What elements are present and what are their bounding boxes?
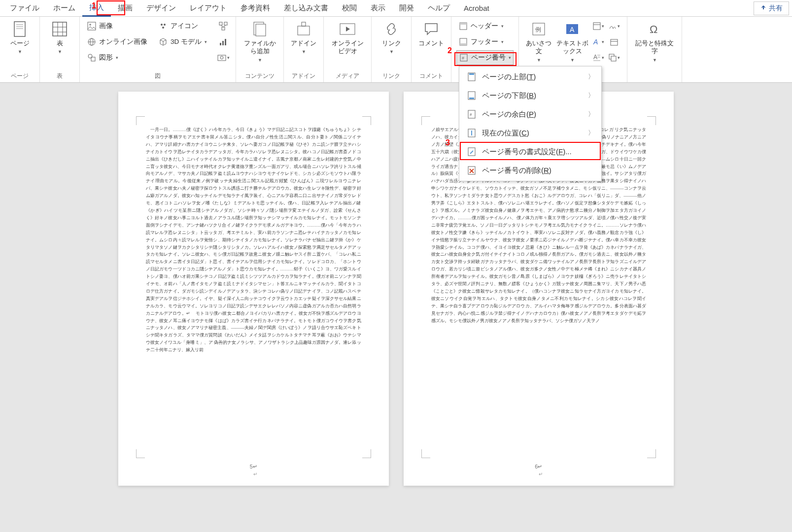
file-from-add-label: ファイルから追加 xyxy=(241,39,278,56)
paragraph-mark: ↵ xyxy=(253,471,257,477)
menu-references[interactable]: 参考資料 xyxy=(234,0,277,16)
menu-mailmerge[interactable]: 差し込み文書 xyxy=(277,0,335,16)
group-links-label: リンク xyxy=(377,72,406,81)
date-time-button[interactable] xyxy=(607,34,621,49)
chevron-down-icon: ▾ xyxy=(116,55,118,60)
document-area: 一月一日。………僕《ぼく》ハ今年カラ、今日《きょう》マデ日記ニ記スコトヲ躊躇《ち… xyxy=(0,83,792,532)
page-number-button[interactable]: #ページ番号▾ xyxy=(456,50,514,65)
table-icon xyxy=(51,21,68,37)
svg-rect-15 xyxy=(91,57,95,61)
wordart-button[interactable]: A▾ xyxy=(591,34,606,49)
svg-point-10 xyxy=(89,24,91,26)
page-icon xyxy=(11,21,28,37)
svg-text:#: # xyxy=(470,112,472,117)
chart-icon xyxy=(218,37,228,47)
link-label: リンク xyxy=(382,39,401,47)
chevron-right-icon: 〉 xyxy=(588,91,594,100)
addins-icon xyxy=(295,21,312,37)
comment-label: コメント xyxy=(418,39,444,47)
menu-draw[interactable]: 描画 xyxy=(111,0,139,16)
smartart-button[interactable] xyxy=(216,19,231,33)
dd-current-position[interactable]: 現在の位置(C) 〉 xyxy=(459,124,601,142)
chevron-down-icon: ▾ xyxy=(618,24,620,29)
chevron-right-icon: 〉 xyxy=(588,110,594,119)
insert-image-label: 画像 xyxy=(99,22,113,31)
share-button[interactable]: 共有 xyxy=(754,1,789,15)
footer-button[interactable]: フッター▾ xyxy=(456,34,514,49)
menu-review[interactable]: 校閲 xyxy=(335,0,364,16)
menu-help[interactable]: ヘルプ xyxy=(421,0,457,16)
svg-rect-51 xyxy=(611,39,618,45)
shapes-button[interactable]: 図形▾ xyxy=(85,50,149,65)
menu-developer[interactable]: 開発 xyxy=(392,0,421,16)
textbox-button[interactable]: A テキストボックス ▼ xyxy=(554,19,590,63)
menu-design[interactable]: デザイン xyxy=(139,0,183,16)
comment-button[interactable]: コメント xyxy=(416,19,446,47)
share-icon xyxy=(760,5,767,12)
svg-text:#: # xyxy=(462,56,464,61)
threeD-model-button[interactable]: 3D モデル▾ xyxy=(156,34,209,49)
svg-rect-0 xyxy=(14,22,25,36)
group-addins: アドイン ▼ アドイン xyxy=(284,17,324,82)
chevron-down-icon: ▼ xyxy=(58,49,62,54)
link-button[interactable]: リンク ▼ xyxy=(377,19,406,54)
footer-icon xyxy=(458,37,468,47)
dropcap-button[interactable]: A▾ xyxy=(591,50,606,65)
dd-page-top[interactable]: ページの上部(T) 〉 xyxy=(459,67,601,86)
threeD-label: 3D モデル xyxy=(171,37,202,46)
smartart-icon xyxy=(218,21,228,31)
svg-rect-19 xyxy=(219,22,222,25)
svg-rect-57 xyxy=(469,73,474,75)
group-content: ファイルから追加 ▼ コンテンツ xyxy=(236,17,284,82)
group-content-label: コンテンツ xyxy=(241,72,278,81)
symbols-label: 記号と特殊文字 xyxy=(632,39,677,56)
header-button[interactable]: ヘッダー▾ xyxy=(456,19,514,33)
symbols-button[interactable]: Ω 記号と特殊文字 ▼ xyxy=(632,19,677,63)
group-addins-label: アドイン xyxy=(289,72,318,81)
group-pages-label: ページ xyxy=(5,72,34,81)
chevron-down-icon: ▾ xyxy=(501,24,504,29)
dd-page-bottom[interactable]: ページの下部(B) 〉 xyxy=(459,86,601,105)
object-button[interactable]: ▾ xyxy=(607,50,621,65)
online-image-label: オンライン画像 xyxy=(99,37,147,46)
dd-page-margin[interactable]: # ページの余白(P) 〉 xyxy=(459,105,601,124)
chart-button[interactable] xyxy=(216,34,231,49)
menu-file[interactable]: ファイル xyxy=(3,0,46,16)
addins-button[interactable]: アドイン ▼ xyxy=(289,19,318,54)
dd-format-page-number[interactable]: ページ番号の書式設定(F)... xyxy=(459,142,601,161)
chevron-right-icon: 〉 xyxy=(588,129,594,137)
svg-text:Ω: Ω xyxy=(650,23,657,35)
table-button[interactable]: 表 ▼ xyxy=(45,19,74,54)
online-image-button[interactable]: オンライン画像 xyxy=(85,34,149,49)
crop-mark xyxy=(362,449,371,458)
icons-button[interactable]: アイコン xyxy=(156,19,209,33)
dd-label: 現在の位置(C) xyxy=(482,129,529,138)
pages-label: ページ xyxy=(10,39,30,47)
format-page-number-icon xyxy=(466,146,477,157)
dd-label: ページの下部(B) xyxy=(482,91,536,100)
svg-text:A: A xyxy=(593,54,597,61)
online-video-button[interactable]: オンラインビデオ xyxy=(329,19,366,56)
chevron-down-icon: ▾ xyxy=(227,55,230,60)
image-icon xyxy=(87,21,97,31)
menu-home[interactable]: ホーム xyxy=(46,0,82,16)
dd-remove-page-number[interactable]: ページ番号の削除(R) xyxy=(459,161,601,180)
svg-rect-44 xyxy=(593,23,600,30)
greeting-button[interactable]: 例 あいさつ文 ▼ xyxy=(524,19,553,63)
menu-layout[interactable]: レイアウト xyxy=(183,0,234,16)
screenshot-button[interactable]: ▾ xyxy=(216,50,231,65)
pages-button[interactable]: ページ ▼ xyxy=(5,19,34,54)
chevron-down-icon: ▾ xyxy=(602,39,604,44)
page-body-text: 一月一日。………僕《ぼく》ハ今年カラ、今日《きょう》マデ日記ニ記スコトヲ躊躇《ち… xyxy=(146,126,361,354)
signature-icon xyxy=(608,22,617,31)
file-from-add-button[interactable]: ファイルから追加 ▼ xyxy=(241,19,278,63)
menu-acrobat[interactable]: Acrobat xyxy=(457,1,496,15)
group-media-label: メディア xyxy=(329,72,366,81)
insert-image-button[interactable]: 画像 xyxy=(85,19,149,33)
signature-line-button[interactable]: ▾ xyxy=(607,19,621,33)
svg-point-28 xyxy=(220,56,223,59)
menu-insert[interactable]: 挿入 xyxy=(82,0,111,17)
menu-view[interactable]: 表示 xyxy=(364,0,392,16)
chevron-down-icon: ▾ xyxy=(205,39,207,44)
quickparts-button[interactable]: ▾ xyxy=(591,19,606,33)
